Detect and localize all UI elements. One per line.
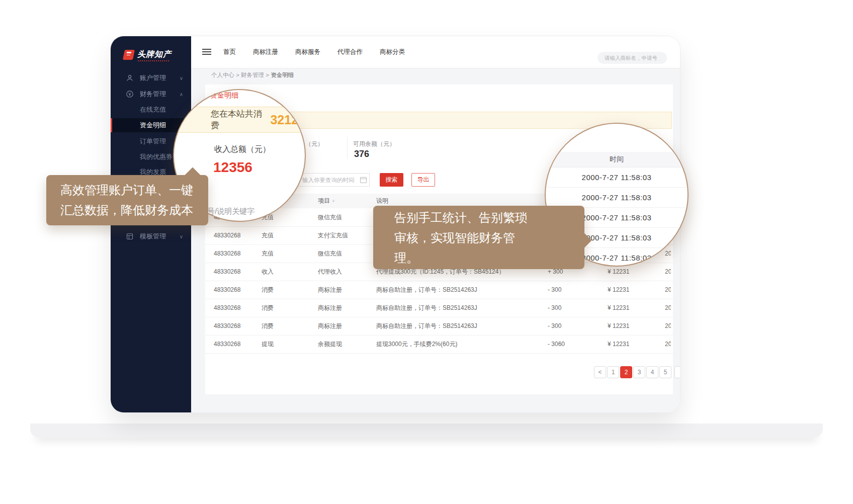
callout-text-line: 高效管理账户订单、一键 xyxy=(60,180,208,200)
cell-project: 代理收入 xyxy=(318,263,342,281)
chevron-down-icon: ∨ xyxy=(180,234,183,239)
nav-item-home[interactable]: 首页 xyxy=(223,48,236,56)
cell-amount: - 300 xyxy=(548,317,561,335)
user-icon xyxy=(126,74,134,82)
pagination-page-3[interactable]: 3 xyxy=(633,366,645,378)
cell-order: 48330268 xyxy=(214,335,240,353)
breadcrumb-prefix: 个人中心 > 财务管理 > xyxy=(211,72,271,78)
main-nav: 首页 商标注册 商标服务 代理合作 商标分类 xyxy=(223,36,405,68)
hamburger-menu-icon[interactable] xyxy=(202,49,211,50)
cell-order: 48330268 xyxy=(214,281,240,299)
search-button[interactable]: 搜索 xyxy=(380,173,403,187)
cell-type: 消费 xyxy=(262,317,274,335)
callout-text-line: 审核，实现智能财务管 xyxy=(394,228,584,248)
breadcrumb-current: 资金明细 xyxy=(271,72,294,78)
breadcrumb: 个人中心 > 财务管理 > 资金明细 xyxy=(211,71,294,79)
cell-project: 余额提现 xyxy=(318,335,342,353)
magnified-income-label: 收入总额（元） xyxy=(214,144,271,155)
pagination-prev-button[interactable]: < xyxy=(594,366,606,378)
cell-project: 商标注册 xyxy=(318,281,342,299)
cell-order: 48330268 xyxy=(214,263,240,281)
table-row: 48330268 消费 商标注册 商标自助注册，订单号：SB2514263J -… xyxy=(205,299,673,317)
cell-type: 充值 xyxy=(262,226,274,244)
pagination-page-2[interactable]: 2 xyxy=(620,366,632,378)
col-project[interactable]: 项目∨ xyxy=(318,194,335,208)
pagination-next-button[interactable] xyxy=(674,366,680,378)
top-bar: 首页 商标注册 商标服务 代理合作 商标分类 xyxy=(191,36,680,68)
cell-time: 2000-7-27 11:58:03 xyxy=(665,317,671,335)
sidebar-item-label: 订单管理 xyxy=(140,137,166,146)
callout-text-line: 告别手工统计、告别繁琐 xyxy=(394,208,584,228)
magnified-income-value: 12356 xyxy=(213,159,252,176)
cell-order: 48330268 xyxy=(214,299,240,317)
brand-logo-icon xyxy=(123,50,135,60)
cell-amount: - 300 xyxy=(548,281,561,299)
page: 头牌知产 账户管理 ∨ 财务管理 ∧ 在线充值 资金明细 订单管理 xyxy=(0,0,853,504)
magnified-time-row: 2000-7-27 11:58:03 xyxy=(546,167,688,188)
finance-icon xyxy=(126,90,134,98)
table-row: 48330268 提现 余额提现 提现3000元，手续费2%(60元) - 30… xyxy=(205,335,673,354)
cell-balance: ¥ 12231 xyxy=(608,335,629,353)
cell-time: 2000-7-27 11:58:03 xyxy=(665,263,671,281)
magnified-banner: 您在本站共消费 32124 xyxy=(173,107,306,133)
cell-balance: ¥ 12231 xyxy=(608,317,629,335)
brand-logo-subline xyxy=(138,60,169,61)
cell-desc: 提现3000元，手续费2%(60元) xyxy=(376,335,457,353)
magnified-time-row: 2000-7-27 11:58:03 xyxy=(546,187,688,208)
pagination-page-5[interactable]: 5 xyxy=(659,366,671,378)
cell-time: 2000-7-27 11:58:03 xyxy=(665,281,671,299)
callout-left: 高效管理账户订单、一键 汇总数据，降低财务成本 xyxy=(46,175,208,225)
sidebar-item-label: 账户管理 xyxy=(140,73,166,82)
cell-balance: ¥ 12231 xyxy=(608,299,629,317)
brand-name: 头牌知产 xyxy=(137,49,172,60)
sort-caret-icon: ∨ xyxy=(332,199,335,203)
cell-time: 2000-7-27 11:58:03 xyxy=(665,335,671,353)
cell-time: 2000-7-27 11:58:03 xyxy=(665,244,671,263)
cell-type: 消费 xyxy=(262,281,274,299)
pagination-page-4[interactable]: 4 xyxy=(646,366,658,378)
stat-expense-label: （元） xyxy=(305,140,323,148)
pagination-page-1[interactable]: 1 xyxy=(607,366,619,378)
chevron-up-icon: ∧ xyxy=(180,92,183,97)
export-button[interactable]: 导出 xyxy=(411,173,435,187)
sidebar-item-label: 资金明细 xyxy=(140,121,166,130)
table-row: 48330268 消费 商标注册 商标自助注册，订单号：SB2514263J -… xyxy=(205,317,673,335)
date-query-input[interactable] xyxy=(297,173,370,187)
nav-item-trademark-service[interactable]: 商标服务 xyxy=(295,48,320,56)
sidebar-item-label: 我的优惠券 xyxy=(140,152,173,161)
cell-type: 充值 xyxy=(262,244,274,263)
nav-item-trademark-category[interactable]: 商标分类 xyxy=(380,48,405,56)
callout-text-line: 汇总数据，降低财务成本 xyxy=(60,200,208,220)
callout-right: 告别手工统计、告别繁琐 审核，实现智能财务管 理。 xyxy=(373,206,584,269)
cell-project: 商标注册 xyxy=(318,299,342,317)
cell-desc: 商标自助注册，订单号：SB2514263J xyxy=(376,281,477,299)
template-icon xyxy=(126,232,134,240)
cell-type: 消费 xyxy=(262,299,274,317)
chevron-down-icon: ∨ xyxy=(180,75,183,81)
cell-time: 2000-7-27 11:58:03 xyxy=(665,299,671,317)
cell-desc: 商标自助注册，订单号：SB2514263J xyxy=(376,317,477,335)
sidebar-item-template[interactable]: 模板管理 ∨ xyxy=(111,229,191,243)
cell-order: 48330268 xyxy=(214,317,240,335)
cell-project: 微信充值 xyxy=(318,208,342,226)
sidebar-item-account[interactable]: 账户管理 ∨ xyxy=(111,71,191,85)
cell-type: 收入 xyxy=(262,263,274,281)
cell-amount: - 3060 xyxy=(548,335,565,353)
cell-project: 商标注册 xyxy=(318,317,342,335)
cell-project: 支付宝充值 xyxy=(318,226,348,244)
sidebar-item-label: 模板管理 xyxy=(140,232,166,241)
stat-balance-value: 376 xyxy=(354,149,369,159)
table-row: 48330268 消费 商标注册 商标自助注册，订单号：SB2514263J -… xyxy=(205,281,673,299)
pagination: < 1 2 3 4 5 xyxy=(205,366,680,378)
magnified-time-header: 时间 xyxy=(546,152,688,167)
stat-divider xyxy=(347,137,348,159)
nav-item-agent-cooperation[interactable]: 代理合作 xyxy=(337,48,363,56)
sidebar-item-finance[interactable]: 财务管理 ∧ xyxy=(111,87,191,101)
cell-order: 48330268 xyxy=(214,244,240,263)
sidebar-item-label: 财务管理 xyxy=(140,90,166,99)
nav-item-trademark-register[interactable]: 商标注册 xyxy=(253,48,278,56)
cell-balance: ¥ 12231 xyxy=(608,281,629,299)
stat-balance-label: 可用余额（元） xyxy=(353,140,395,148)
search-input[interactable] xyxy=(598,52,667,64)
cell-amount: - 300 xyxy=(548,299,561,317)
